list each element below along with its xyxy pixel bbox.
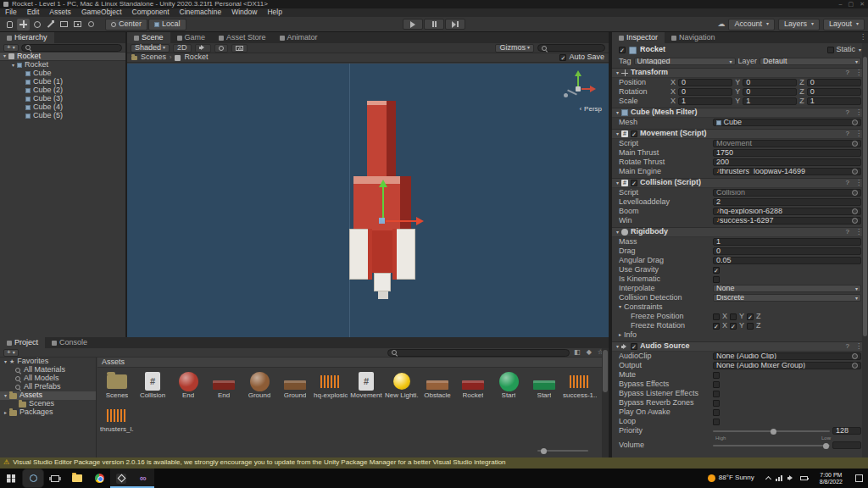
battery-icon[interactable] <box>800 476 808 480</box>
layout-dropdown[interactable]: Layout <box>823 19 865 30</box>
move-tool-button[interactable] <box>17 19 30 30</box>
collapse-arrow-icon[interactable] <box>12 63 14 69</box>
gameobject-enabled-checkbox[interactable]: ✓ <box>619 47 626 53</box>
rect-tool-button[interactable] <box>58 19 70 30</box>
project-add-button[interactable]: + <box>3 349 19 357</box>
component-enabled-checkbox[interactable]: ✓ <box>631 180 637 186</box>
action-center-button[interactable] <box>849 474 868 482</box>
scene-audio-button[interactable] <box>195 44 211 53</box>
hierarchy-item-cube[interactable]: Cube (5) <box>0 112 125 120</box>
collab-cloud-icon[interactable]: ☁ <box>717 20 725 29</box>
freeze-pos-x-checkbox[interactable] <box>713 313 720 320</box>
weather-widget[interactable]: 88°F Sunny <box>701 474 761 482</box>
tag-dropdown[interactable]: Untagged <box>634 58 736 65</box>
taskbar-app-button[interactable] <box>22 469 44 488</box>
asset-item[interactable]: Movement <box>348 368 384 402</box>
taskbar-app-button[interactable] <box>88 469 110 488</box>
persp-toggle[interactable]: ‹Persp <box>579 106 602 114</box>
output-object-field[interactable]: None (Audio Mixer Group) <box>713 362 861 369</box>
hierarchy-item-rocket[interactable]: Rocket <box>0 61 125 69</box>
help-icon[interactable]: ? <box>844 229 851 236</box>
hierarchy-search-input[interactable] <box>21 44 122 52</box>
taskbar-app-button[interactable] <box>44 469 66 488</box>
rotate-thrust-field[interactable]: 200 <box>713 158 861 166</box>
asset-item[interactable]: End <box>170 368 206 402</box>
menu-item[interactable]: File <box>0 8 22 16</box>
hierarchy-item-cube[interactable]: Cube <box>0 69 125 78</box>
orientation-gizmo[interactable] <box>561 70 595 104</box>
scene-viewport[interactable]: ‹Persp <box>127 64 609 337</box>
collapse-arrow-icon[interactable] <box>3 53 6 59</box>
asset-item[interactable]: End <box>206 368 242 402</box>
move-gizmo-x-handle[interactable] <box>386 220 418 222</box>
help-icon[interactable]: ? <box>844 69 851 77</box>
asset-item[interactable]: Ground <box>277 368 313 402</box>
taskbar-app-button[interactable] <box>66 469 88 488</box>
tab-project[interactable]: Project <box>0 337 45 348</box>
volume-icon[interactable] <box>787 475 795 482</box>
audio-toggle-checkbox[interactable] <box>713 391 720 397</box>
component-enabled-checkbox[interactable]: ✓ <box>631 343 637 350</box>
drag-field[interactable]: 0 <box>713 247 861 255</box>
panel-menu-icon[interactable]: ⋮ <box>858 34 868 42</box>
vector-z-field[interactable]: 0 <box>807 79 861 86</box>
tray-expand-icon[interactable] <box>765 476 771 482</box>
freeze-rot-y-checkbox[interactable]: ✓ <box>730 323 737 330</box>
audio-toggle-checkbox[interactable] <box>713 409 720 416</box>
auto-save-checkbox[interactable]: ✓ <box>559 54 566 61</box>
rigidbody-section-header[interactable]: Rigidbody ?⋮ <box>612 227 868 237</box>
hierarchy-item-cube[interactable]: Cube (4) <box>0 103 125 112</box>
scrollbar-thumb[interactable] <box>603 350 608 392</box>
object-picker-icon[interactable] <box>852 141 858 147</box>
project-scrollbar[interactable] <box>602 348 609 458</box>
vector-x-field[interactable]: 1 <box>678 97 732 105</box>
asset-item[interactable]: Scenes <box>99 368 135 402</box>
tab-animator[interactable]: Animator <box>273 32 325 43</box>
scrollbar-thumb[interactable] <box>863 57 867 336</box>
main-thrust-field[interactable]: 1750 <box>713 149 861 157</box>
vector-y-field[interactable]: 0 <box>743 79 797 86</box>
taskbar-app-button[interactable] <box>0 469 22 488</box>
menu-item[interactable]: Cinemachine <box>175 8 227 16</box>
static-checkbox[interactable] <box>827 47 834 53</box>
scene-lighting-button[interactable] <box>214 44 228 53</box>
is-kinematic-checkbox[interactable] <box>713 276 720 283</box>
object-picker-icon[interactable] <box>852 119 858 125</box>
custom-tool-button[interactable] <box>85 19 97 30</box>
constraints-foldout[interactable]: Constraints <box>612 302 868 312</box>
freeze-rot-x-checkbox[interactable]: ✓ <box>713 323 720 330</box>
menu-item[interactable]: Assets <box>44 8 76 16</box>
object-picker-icon[interactable] <box>852 208 858 214</box>
asset-item[interactable]: Start <box>491 368 526 402</box>
audio-toggle-checkbox[interactable] <box>713 381 720 388</box>
slider-thumb[interactable] <box>771 429 776 435</box>
volume-slider[interactable] <box>713 441 830 449</box>
menu-item[interactable]: Window <box>226 8 262 16</box>
tab-navigation[interactable]: Navigation <box>665 32 722 43</box>
hierarchy-item-cube[interactable]: Cube (2) <box>0 86 125 95</box>
vector-y-field[interactable]: 0 <box>743 88 797 96</box>
search-by-label-icon[interactable]: ◆ <box>585 349 593 357</box>
asset-item[interactable]: Start <box>526 368 562 402</box>
orientation-toggle-button[interactable]: Local <box>148 19 186 30</box>
gameobject-name-field[interactable]: Rocket <box>640 46 824 54</box>
tab-game[interactable]: Game <box>170 32 213 43</box>
asset-item[interactable]: success-1... <box>562 368 598 402</box>
collision-detection-dropdown[interactable]: Discrete <box>713 294 861 302</box>
hierarchy-add-button[interactable]: + <box>3 44 19 52</box>
volume-value-field[interactable] <box>832 441 861 449</box>
object-picker-icon[interactable] <box>852 169 858 175</box>
taskbar-app-button[interactable]: ∞ <box>132 469 154 488</box>
vector-z-field[interactable]: 0 <box>807 88 861 96</box>
scale-tool-button[interactable] <box>44 19 57 30</box>
search-by-type-icon[interactable]: ◧ <box>572 349 582 357</box>
angular-drag-field[interactable]: 0.05 <box>713 257 861 264</box>
vector-x-field[interactable]: 0 <box>678 79 732 86</box>
help-icon[interactable]: ? <box>844 130 851 138</box>
inspector-scrollbar[interactable] <box>862 43 868 458</box>
maximize-button[interactable]: ▢ <box>849 1 854 8</box>
hand-tool-button[interactable] <box>3 19 16 30</box>
project-search-input[interactable] <box>387 349 570 357</box>
asset-item[interactable]: hq-explosio... <box>313 368 348 402</box>
play-button[interactable] <box>403 19 423 30</box>
